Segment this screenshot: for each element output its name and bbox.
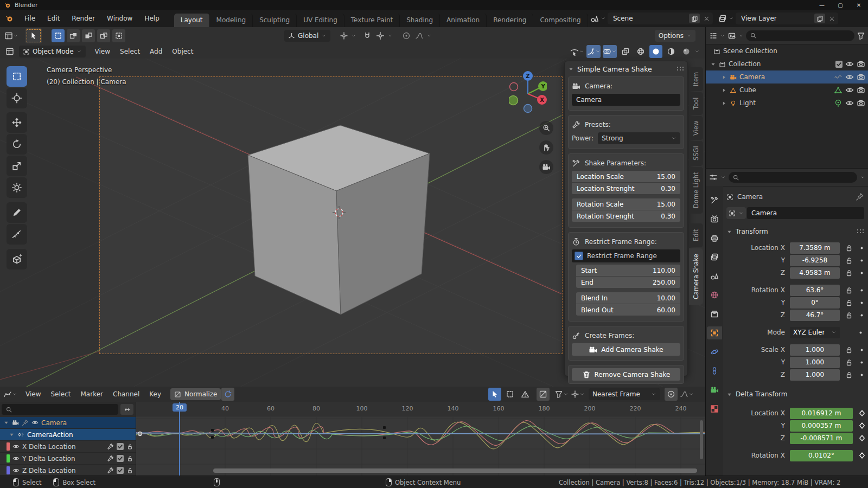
animate-dot-icon[interactable] <box>858 269 865 277</box>
render-visibility-icon[interactable] <box>857 60 865 68</box>
tab-render[interactable] <box>707 213 722 226</box>
channel-row-y-delta[interactable]: Y Delta Location <box>0 453 136 465</box>
graph-editor-icon[interactable] <box>3 390 12 399</box>
eye-icon[interactable] <box>845 60 854 68</box>
selected-keyframe[interactable] <box>138 432 142 436</box>
normalize-button[interactable]: Normalize <box>170 388 221 400</box>
remove-view-layer-button[interactable] <box>826 14 837 23</box>
chevron-down-icon[interactable] <box>720 175 726 180</box>
collection-checkbox[interactable] <box>835 61 843 68</box>
lock-icon[interactable] <box>845 256 853 265</box>
view-layer-chevron-icon[interactable] <box>729 16 734 21</box>
channel-checkbox[interactable] <box>117 467 124 474</box>
falloff-button[interactable] <box>680 388 694 401</box>
eye-icon[interactable] <box>12 467 20 474</box>
start-slider[interactable]: Start110.00 <box>576 265 680 276</box>
menu-help[interactable]: Help <box>138 12 165 24</box>
snap-toggle-button[interactable] <box>361 29 374 42</box>
workspace-tab-compositing[interactable]: Compositing <box>533 14 588 27</box>
playhead[interactable] <box>179 402 180 476</box>
auto-normalize-button[interactable] <box>221 388 234 401</box>
curve-canvas[interactable] <box>136 416 705 476</box>
mode-dropdown[interactable]: Object Mode <box>19 46 86 57</box>
keyframe-diamond-icon[interactable] <box>858 421 866 430</box>
tool-move[interactable] <box>7 112 27 133</box>
graph-menu-marker[interactable]: Marker <box>76 390 108 398</box>
shading-material-button[interactable] <box>665 45 678 58</box>
proportional-edit-button[interactable] <box>400 29 413 42</box>
camera-name-field[interactable]: Camera <box>572 94 680 106</box>
scale-z-field[interactable]: 1.000 <box>790 369 840 381</box>
modifier-wrench-icon[interactable] <box>107 443 114 450</box>
scale-x-field[interactable]: 1.000 <box>790 344 840 356</box>
horizontal-scrollbar[interactable] <box>213 468 697 473</box>
collapse-triangle-icon[interactable] <box>726 229 732 235</box>
blender-menu-icon[interactable] <box>5 14 14 23</box>
workspace-tab-sculpting[interactable]: Sculpting <box>253 14 297 27</box>
snap-dropdown[interactable]: Nearest Frame <box>589 388 660 400</box>
panel-grip[interactable] <box>676 66 684 72</box>
eye-icon[interactable] <box>845 99 854 107</box>
viewport-menu-add[interactable]: Add <box>145 48 167 55</box>
tool-select-box[interactable] <box>7 66 27 87</box>
animate-dot-icon[interactable] <box>858 346 865 354</box>
scene-browse-chevron-icon[interactable] <box>601 16 606 21</box>
pivot-dropdown[interactable] <box>571 388 585 401</box>
tool-annotate[interactable] <box>7 202 27 223</box>
zoom-button[interactable] <box>539 121 553 135</box>
transform-orientation-dropdown[interactable]: Global <box>284 30 330 42</box>
delta-rotation-x-field[interactable]: 0.0102° <box>790 450 853 461</box>
select-mode-subtract-button[interactable] <box>82 29 95 42</box>
channel-checkbox[interactable] <box>117 455 124 462</box>
graph-menu-key[interactable]: Key <box>144 390 166 398</box>
tweak-mode-button[interactable] <box>488 388 501 401</box>
delta-location-y-field[interactable]: 0.000357 m <box>790 420 853 432</box>
panel-grip[interactable] <box>857 229 864 234</box>
tab-constraints[interactable] <box>707 364 722 377</box>
tab-output[interactable] <box>707 232 722 245</box>
channel-row-x-delta[interactable]: X Delta Location <box>0 441 136 453</box>
animate-dot-icon[interactable] <box>858 257 865 264</box>
editor-type-button[interactable] <box>4 29 18 42</box>
lock-icon[interactable] <box>126 467 133 474</box>
location-scale-slider[interactable]: Location Scale15.00 <box>572 171 680 182</box>
tool-scale[interactable] <box>7 156 27 176</box>
outliner-row-scene-collection[interactable]: Scene Collection <box>706 44 868 57</box>
view-layer-name[interactable]: View Layer <box>737 15 813 22</box>
animate-dot-icon[interactable] <box>858 312 865 319</box>
eye-icon[interactable] <box>845 86 854 94</box>
tab-object-data[interactable] <box>707 383 722 396</box>
graph-menu-view[interactable]: View <box>21 390 46 398</box>
graph-menu-select[interactable]: Select <box>46 390 75 398</box>
select-mode-invert-button[interactable] <box>97 29 110 42</box>
outliner-row-cube[interactable]: Cube <box>706 84 868 97</box>
viewport-menu-select[interactable]: Select <box>115 48 145 55</box>
tab-tool[interactable] <box>707 194 722 207</box>
snap-settings-dropdown[interactable] <box>374 30 394 42</box>
workspace-tab-uv-editing[interactable]: UV Editing <box>297 14 344 27</box>
navigation-gizmo[interactable]: Z Y X <box>509 70 547 114</box>
delta-location-x-field[interactable]: 0.016912 m <box>790 408 853 419</box>
lock-icon[interactable] <box>126 455 133 462</box>
channel-row-z-delta[interactable]: Z Delta Location <box>0 465 136 477</box>
proportional-edit-button[interactable] <box>665 388 678 401</box>
sidebar-tab-view[interactable]: View <box>689 116 703 140</box>
workspace-tab-texture-paint[interactable]: Texture Paint <box>344 14 400 27</box>
remove-camera-shake-button[interactable]: Remove Camera Shake <box>572 368 680 381</box>
lock-icon[interactable] <box>126 443 133 450</box>
collapse-triangle-icon[interactable] <box>726 391 732 397</box>
properties-editor-icon[interactable] <box>709 173 718 182</box>
sidebar-tab-dome-light[interactable]: Dome Light <box>689 167 703 214</box>
expand-triangle-icon[interactable] <box>721 87 727 93</box>
lock-icon[interactable] <box>845 345 853 354</box>
shading-chevron-icon[interactable] <box>694 49 700 54</box>
sidebar-tab-edit[interactable]: Edit <box>689 223 703 247</box>
modifier-wrench-icon[interactable] <box>107 455 114 462</box>
animate-dot-icon[interactable] <box>858 359 865 366</box>
lock-icon[interactable] <box>845 268 853 277</box>
graph-menu-channel[interactable]: Channel <box>108 390 144 398</box>
select-mode-new-button[interactable] <box>52 29 65 42</box>
mask-select-button[interactable] <box>503 388 516 401</box>
menu-file[interactable]: File <box>18 12 41 24</box>
keyframe-diamond-icon[interactable] <box>858 451 866 460</box>
